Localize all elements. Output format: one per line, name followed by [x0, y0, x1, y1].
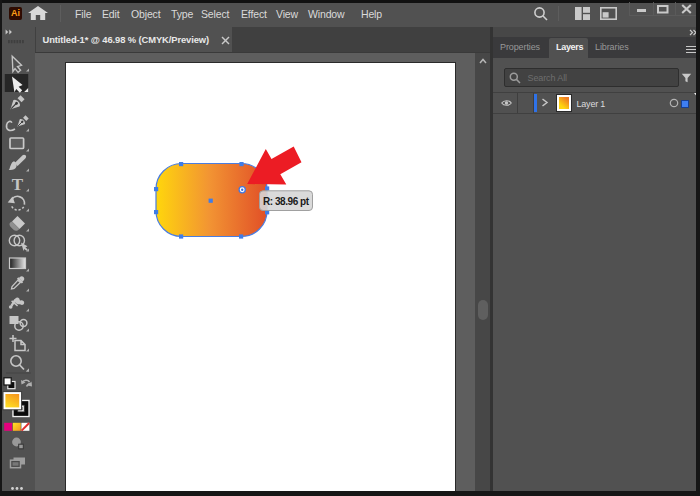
svg-text:T: T	[12, 175, 24, 194]
svg-text:R: 38.96 pt: R: 38.96 pt	[263, 196, 310, 207]
